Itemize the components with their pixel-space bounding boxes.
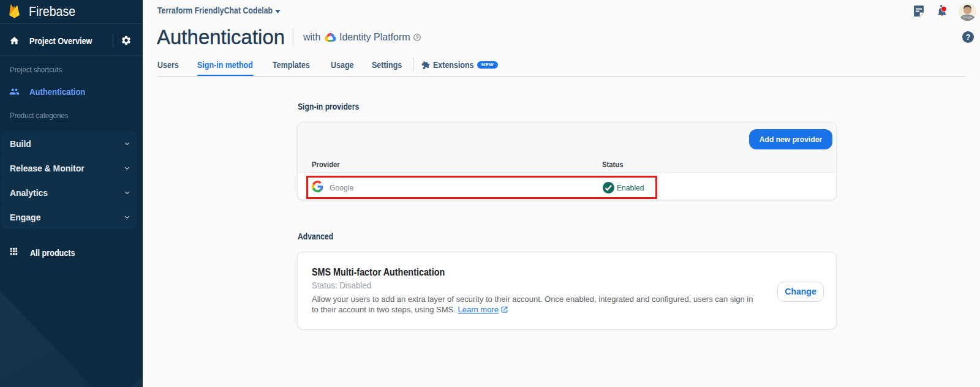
svg-text:?: ? <box>966 33 971 42</box>
svg-text:Google: Google <box>963 16 972 19</box>
